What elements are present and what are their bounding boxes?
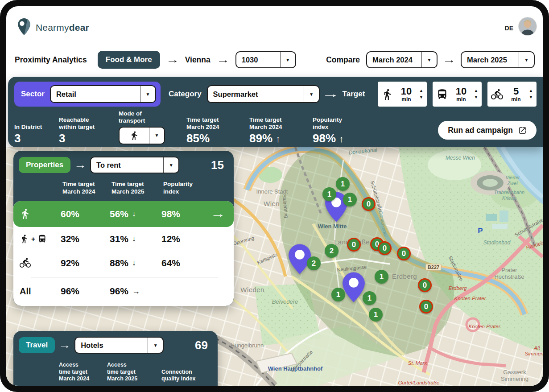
map-count-marker-alert[interactable]: 0 — [419, 300, 433, 314]
external-link-icon — [518, 126, 527, 135]
map-label: Messe Wien — [446, 155, 475, 161]
category-scope-button[interactable]: Food & More — [98, 51, 160, 69]
district-select[interactable]: 1030 ▼ — [235, 51, 296, 68]
walk-icon — [20, 208, 31, 219]
map-count-marker-alert[interactable]: 0 — [362, 197, 376, 211]
properties-count: 15 — [211, 158, 227, 172]
target-bike: 5 min ▲▼ — [487, 82, 537, 107]
app-window: Innere StadtWienWien MitteLandstraßeErdb… — [6, 6, 543, 386]
stat-popularity-index: Popularity index 98%↑ — [313, 116, 380, 144]
map-count-marker[interactable]: 1 — [343, 193, 357, 206]
plus-sign: + — [31, 235, 35, 243]
sector-bar: Sector Retail ▼ Category Supermarket ▼ →… — [8, 77, 543, 147]
trend-up-icon: ↑ — [339, 134, 344, 144]
properties-column-headers: Time target March 2024 Time target March… — [13, 175, 234, 201]
map-label: Wien — [264, 200, 280, 207]
compare-group: Compare March 2024 ▼ → March 2025 ▼ — [326, 51, 535, 68]
step-down-icon: ▼ — [419, 95, 423, 99]
chevron-down-icon: ▼ — [304, 86, 319, 102]
chevron-down-icon: ▼ — [140, 86, 155, 102]
map-label: Opernring — [232, 235, 255, 247]
bike-icon — [20, 257, 31, 268]
map-label: Stadionallee — [447, 255, 464, 282]
arrow-icon: → — [58, 340, 71, 351]
map-label: Donaukanal — [378, 210, 389, 237]
period-from-select[interactable]: March 2024 ▼ — [366, 51, 438, 68]
language-selector[interactable]: DE — [505, 25, 513, 32]
trend-flat-icon: → — [132, 287, 140, 296]
map-label: Erdberg — [392, 272, 417, 280]
properties-table: 60% 56%↓ 98% → + 32% 31%↓ 12% 92% 88%↓ — [13, 201, 234, 306]
map-count-marker[interactable]: 1 — [363, 291, 376, 305]
map-label: Donaukanal — [348, 147, 377, 156]
table-row-walk-bus[interactable]: + 32% 31%↓ 12% — [13, 227, 234, 251]
avatar[interactable] — [519, 17, 537, 35]
map-label: Knoten Prater — [454, 296, 486, 301]
walk-icon — [381, 88, 393, 100]
travel-type-select[interactable]: Hotels ▼ — [74, 337, 164, 354]
chevron-down-icon: ▼ — [149, 128, 164, 144]
arrow-icon: → — [166, 55, 179, 65]
map-label: Prater Hochstraße — [494, 267, 524, 281]
properties-type-select[interactable]: To rent ▼ — [90, 157, 179, 173]
stat-mode-of-transport: Mode of transport ▼ — [119, 110, 186, 144]
map-label: Erdberg — [449, 285, 467, 291]
map-count-marker[interactable]: 1 — [375, 270, 388, 284]
category-label: Category — [169, 90, 202, 99]
travel-count: 69 — [195, 338, 211, 352]
chevron-down-icon: ▼ — [519, 52, 534, 67]
travel-button[interactable]: Travel — [19, 337, 55, 353]
stat-time-target-2025: Time target March 2024 89%↑ — [249, 116, 313, 144]
map-count-marker[interactable]: 2 — [307, 256, 321, 270]
mode-of-transport-select[interactable]: ▼ — [119, 127, 165, 144]
page-title: Proximity Analytics — [15, 55, 87, 65]
map-label: Stubenring — [281, 194, 289, 218]
map-count-marker[interactable]: 1 — [331, 288, 345, 301]
map-label: Wien Mitte — [318, 223, 347, 230]
map-label: Karlsplatz — [256, 252, 278, 265]
map-count-marker[interactable]: 1 — [369, 308, 383, 322]
walk-icon — [129, 131, 139, 140]
target-label: Target — [343, 90, 365, 99]
stat-reachable: Reachable within target 3 — [59, 116, 119, 144]
sector-select[interactable]: Retail ▼ — [50, 85, 156, 103]
map-label: Hungelbrunn — [231, 342, 264, 349]
map-count-marker-alert[interactable]: 0 — [418, 278, 432, 292]
table-row-all[interactable]: All 96% 96%→ — [13, 279, 234, 303]
properties-button[interactable]: Properties — [19, 157, 70, 173]
map-label: Schuttelstraße — [514, 217, 543, 238]
map-count-marker[interactable]: 2 — [325, 244, 338, 258]
chevron-down-icon: ▼ — [421, 52, 437, 67]
step-up-icon: ▲ — [529, 89, 533, 93]
map-count-marker-alert[interactable]: 0 — [378, 241, 392, 255]
step-down-icon: ▼ — [529, 95, 533, 99]
header: Nearmydear DE — [6, 6, 543, 45]
map-count-marker[interactable]: 1 — [336, 177, 350, 191]
city-label: Vienna — [185, 55, 211, 65]
bike-minutes-stepper[interactable]: ▲▼ — [529, 89, 533, 99]
category-select[interactable]: Supermarket ▼ — [207, 85, 320, 103]
arrow-icon: → — [322, 89, 339, 99]
map-pin-marker[interactable] — [342, 272, 365, 302]
map-label: Gaswerk Simmering — [501, 369, 528, 383]
row-action-arrow[interactable]: → — [210, 208, 231, 220]
walk-minutes-stepper[interactable]: ▲▼ — [419, 89, 423, 99]
map-label: St. Marx — [408, 360, 427, 366]
map-label: Trabrennbahn Krieau — [494, 190, 524, 201]
period-to-select[interactable]: March 2025 ▼ — [461, 51, 535, 68]
table-row-bike[interactable]: 92% 88%↓ 64% — [13, 251, 234, 275]
brand-pin-icon — [16, 18, 32, 36]
travel-panel: Travel → Hotels ▼ 69 Access time target … — [13, 331, 218, 386]
run-ad-campaign-button[interactable]: Run ad campaign — [438, 121, 537, 140]
arrow-icon: → — [74, 160, 87, 170]
chevron-down-icon: ▼ — [280, 52, 295, 67]
properties-panel: Properties → To rent ▼ 15 Time target Ma… — [13, 151, 234, 306]
stat-in-district: In District 3 — [14, 124, 59, 144]
map-count-marker-alert[interactable]: 0 — [347, 238, 361, 252]
map-count-marker-alert[interactable]: 0 — [397, 247, 411, 260]
map-count-marker[interactable]: 1 — [322, 187, 336, 201]
table-row-walk[interactable]: 60% 56%↓ 98% → — [13, 201, 234, 227]
map-label: Innere Stadt — [256, 189, 288, 195]
bus-minutes-stepper[interactable]: ▲▼ — [474, 89, 478, 99]
target-walk: 10 min ▲▼ — [378, 82, 427, 107]
